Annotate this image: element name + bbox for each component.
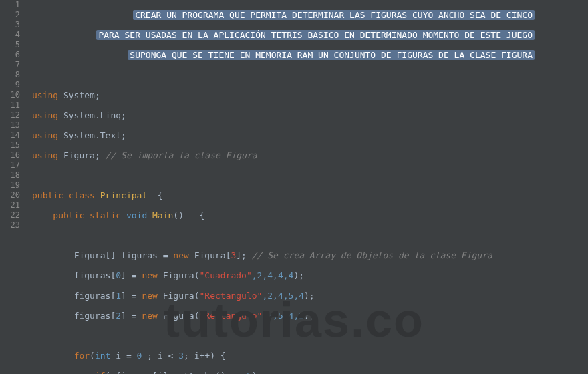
- line-number: 11: [0, 100, 20, 110]
- line-number: 14: [0, 130, 20, 140]
- idx-1: 1: [116, 291, 121, 301]
- comment-import: // Se importa la clase Figura: [106, 150, 257, 160]
- type-figura: Figura: [194, 250, 226, 260]
- op-eq: =: [126, 351, 132, 361]
- kw-new: new: [142, 291, 157, 301]
- kw-using: using: [32, 110, 58, 120]
- num-0: 0: [137, 351, 142, 361]
- var-i: i: [116, 351, 121, 361]
- num-3: 3: [231, 250, 236, 260]
- header-comment-2: PARA SER USADAS EN LA APLICACIÓN TETRIS …: [96, 30, 535, 40]
- str-cuadrado: "Cuadrado": [200, 270, 252, 280]
- type-figura: Figura: [163, 311, 194, 321]
- type-figura: Figura: [163, 270, 194, 280]
- line-number: 1: [0, 0, 20, 10]
- op-inc: i++: [194, 351, 210, 361]
- method-getancho: getAncho: [173, 371, 215, 374]
- var-i: i: [158, 351, 163, 361]
- kw-class: class: [69, 190, 95, 200]
- kw-public: public: [32, 190, 63, 200]
- line-number: 15: [0, 140, 20, 150]
- str-rect2: "Rectangulo": [200, 311, 263, 321]
- ns-text: System.Text;: [63, 130, 126, 140]
- line-number: 18: [0, 170, 20, 180]
- line-number: 22: [0, 210, 20, 220]
- idx-0: 0: [116, 270, 121, 280]
- var-figuras: figuras: [74, 270, 111, 280]
- line-number: 10: [0, 90, 20, 100]
- line-number: 8: [0, 70, 20, 80]
- kw-for: for: [74, 351, 90, 361]
- var-figuras: figuras: [121, 250, 158, 260]
- var-figuras: figuras: [74, 311, 111, 321]
- line-number: 23: [0, 220, 20, 230]
- line-number: 20: [0, 190, 20, 200]
- kw-new: new: [142, 270, 157, 280]
- kw-if: if: [95, 371, 106, 374]
- header-comment-1: CREAR UN PROGRAMA QUE PERMITA DETERMINAR…: [133, 10, 535, 20]
- kw-void: void: [126, 210, 147, 220]
- code-area[interactable]: CREAR UN PROGRAMA QUE PERMITA DETERMINAR…: [27, 0, 588, 374]
- line-number: 6: [0, 50, 20, 60]
- line-number: 21: [0, 200, 20, 210]
- line-number: 3: [0, 20, 20, 30]
- str-rect1: "Rectangulo": [200, 291, 263, 301]
- line-number: 5: [0, 40, 20, 50]
- line-number: 7: [0, 60, 20, 70]
- args-2: ,5,5,4,2: [262, 311, 304, 321]
- op-lt: <: [168, 351, 174, 361]
- comment-array: // Se crea Array de Objetos de la clase …: [252, 250, 492, 260]
- kw-int: int: [95, 351, 110, 361]
- method-main: Main: [152, 210, 173, 220]
- line-number: 4: [0, 30, 20, 40]
- kw-using: using: [32, 90, 58, 100]
- var-i: i: [158, 371, 163, 374]
- kw-new: new: [173, 250, 188, 260]
- args-1: ,2,4,5,4: [262, 291, 304, 301]
- kw-using: using: [32, 150, 58, 160]
- op-eqeq: ==: [231, 371, 241, 374]
- kw-using: using: [32, 130, 58, 140]
- kw-static: static: [90, 210, 121, 220]
- line-number: 13: [0, 120, 20, 130]
- idx-2: 2: [116, 311, 121, 321]
- args-0: ,2,4,4,4: [252, 270, 294, 280]
- ns-system: System;: [63, 90, 100, 100]
- header-comment-3: SUPONGA QUE SE TIENE EN MEMORIA RAM UN C…: [128, 50, 535, 60]
- num-3b: 3: [178, 351, 184, 361]
- line-number: 12: [0, 110, 20, 120]
- line-number-gutter: 1 2 3 4 5 6 7 8 9 10 11 12 13 14 15 16 1…: [0, 0, 27, 374]
- line-number: 19: [0, 180, 20, 190]
- code-editor: 1 2 3 4 5 6 7 8 9 10 11 12 13 14 15 16 1…: [0, 0, 588, 374]
- ns-linq: System.Linq;: [63, 110, 126, 120]
- num-5: 5: [247, 371, 252, 374]
- kw-public: public: [53, 210, 84, 220]
- line-number: 9: [0, 80, 20, 90]
- line-number: 2: [0, 10, 20, 20]
- ns-figura: Figura;: [63, 150, 100, 160]
- type-figura: Figura: [74, 250, 106, 260]
- line-number: 17: [0, 160, 20, 170]
- type-figura: Figura: [163, 291, 194, 301]
- line-number: 16: [0, 150, 20, 160]
- kw-new: new: [142, 311, 157, 321]
- var-figuras: figuras: [74, 291, 111, 301]
- var-figuras: figuras: [116, 371, 152, 374]
- class-name: Principal: [100, 190, 147, 200]
